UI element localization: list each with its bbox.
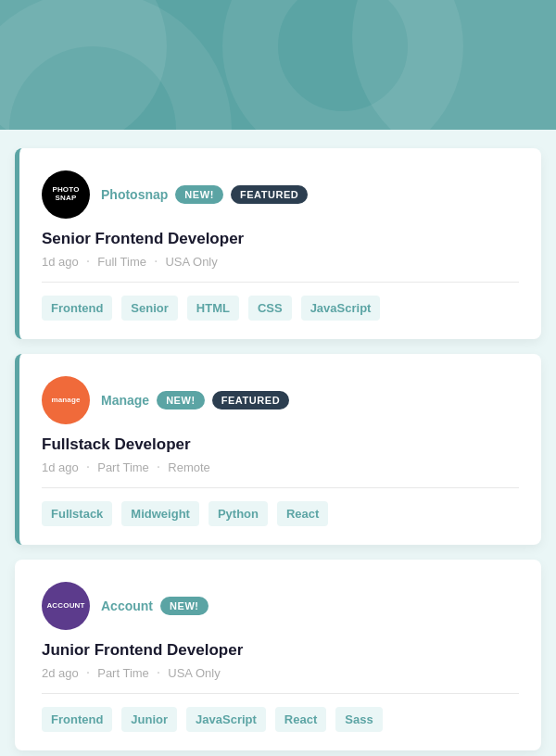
company-header: Photosnap NEW!FEATURED — [101, 185, 308, 204]
job-title[interactable]: Junior Frontend Developer — [42, 641, 519, 660]
tag-item[interactable]: Python — [208, 501, 268, 526]
hero-header — [0, 0, 556, 130]
featured-badge: FEATURED — [212, 391, 289, 410]
job-meta: 2d ago · Part Time · USA Only — [42, 665, 519, 680]
tag-item[interactable]: JavaScript — [301, 296, 381, 321]
tag-item[interactable]: Senior — [121, 296, 177, 321]
logo-text: PHOTOSNAP — [52, 186, 79, 203]
job-card-1: PHOTOSNAP Photosnap NEW!FEATURED Senior … — [15, 148, 541, 339]
tag-item[interactable]: Midweight — [121, 501, 199, 526]
job-location: USA Only — [165, 255, 217, 269]
dot-separator-2: · — [154, 254, 158, 269]
dot-separator-2: · — [157, 665, 160, 680]
card-top: PHOTOSNAP Photosnap NEW!FEATURED — [42, 170, 519, 219]
new-badge: NEW! — [175, 185, 223, 204]
tags-container: FrontendJuniorJavaScriptReactSass — [42, 707, 519, 732]
tag-item[interactable]: CSS — [248, 296, 292, 321]
tags-container: FullstackMidweightPythonReact — [42, 501, 519, 526]
card-divider — [42, 487, 519, 488]
dot-separator-1: · — [86, 254, 90, 269]
company-header: Manage NEW!FEATURED — [101, 391, 289, 410]
tag-item[interactable]: Frontend — [42, 296, 112, 321]
job-type: Part Time — [97, 460, 149, 474]
dot-separator-1: · — [86, 665, 90, 680]
dot-separator-1: · — [86, 460, 90, 474]
tag-item[interactable]: Junior — [121, 707, 177, 732]
company-name: Account — [101, 598, 153, 613]
job-listing: PHOTOSNAP Photosnap NEW!FEATURED Senior … — [0, 130, 556, 756]
job-card-3: ACCOUNT Account NEW! Junior Frontend Dev… — [15, 560, 541, 750]
card-divider — [42, 282, 519, 283]
posted-time: 1d ago — [42, 255, 79, 269]
new-badge: NEW! — [160, 597, 208, 615]
tag-item[interactable]: JavaScript — [186, 707, 266, 732]
card-top: ACCOUNT Account NEW! — [42, 582, 519, 630]
tags-container: FrontendSeniorHTMLCSSJavaScript — [42, 296, 519, 321]
job-location: USA Only — [168, 666, 220, 680]
card-top: manage Manage NEW!FEATURED — [42, 376, 519, 424]
job-type: Part Time — [97, 666, 149, 680]
hero-arc-2 — [222, 0, 463, 130]
company-name: Photosnap — [101, 187, 168, 202]
tag-item[interactable]: HTML — [187, 296, 239, 321]
new-badge: NEW! — [157, 391, 205, 410]
tag-item[interactable]: React — [277, 501, 328, 526]
job-location: Remote — [168, 460, 210, 474]
posted-time: 2d ago — [42, 666, 79, 680]
job-title[interactable]: Senior Frontend Developer — [42, 230, 519, 248]
hero-arc-1 — [0, 0, 232, 130]
company-logo: manage — [42, 376, 90, 424]
company-logo: ACCOUNT — [42, 582, 90, 630]
job-card-2: manage Manage NEW!FEATURED Fullstack Dev… — [15, 354, 541, 545]
tag-item[interactable]: Frontend — [42, 707, 112, 732]
tag-item[interactable]: React — [275, 707, 326, 732]
logo-text: manage — [51, 397, 80, 405]
tag-item[interactable]: Fullstack — [42, 501, 112, 526]
company-logo: PHOTOSNAP — [42, 170, 90, 219]
company-name: Manage — [101, 393, 149, 408]
job-title[interactable]: Fullstack Developer — [42, 435, 519, 454]
job-meta: 1d ago · Full Time · USA Only — [42, 254, 519, 269]
posted-time: 1d ago — [42, 460, 79, 474]
featured-badge: FEATURED — [231, 185, 308, 204]
dot-separator-2: · — [157, 460, 160, 474]
tag-item[interactable]: Sass — [335, 707, 382, 732]
company-header: Account NEW! — [101, 597, 208, 615]
job-meta: 1d ago · Part Time · Remote — [42, 460, 519, 474]
logo-text: ACCOUNT — [46, 602, 84, 611]
card-divider — [42, 693, 519, 694]
job-type: Full Time — [97, 255, 146, 269]
